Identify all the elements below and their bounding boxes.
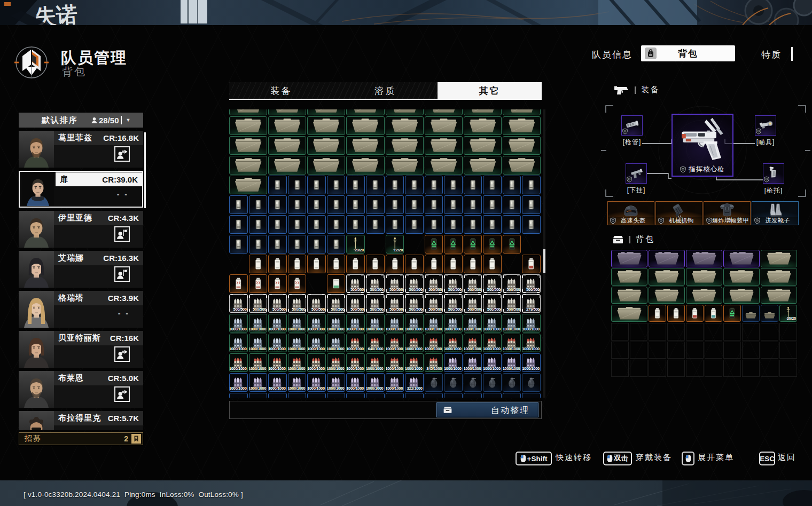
- inventory-slot-vialW[interactable]: [346, 255, 365, 273]
- inventory-slot-ammoW[interactable]: 500/500: [444, 294, 463, 313]
- inventory-slot-crate[interactable]: [611, 305, 647, 322]
- inventory-slot-crate[interactable]: [464, 109, 502, 115]
- inventory-slot-ingot[interactable]: [444, 215, 463, 234]
- inventory-slot-ingot[interactable]: [483, 195, 502, 214]
- inventory-slot-ammoP[interactable]: 1000/1000: [464, 353, 482, 372]
- inventory-slot-ammoR[interactable]: 1000/1000: [386, 334, 404, 352]
- member-card-3[interactable]: 伊里亚德 CR:4.3K: [19, 211, 143, 248]
- inventory-slot-ammoB[interactable]: 1000/1000: [307, 334, 326, 352]
- inventory-slot-ingot[interactable]: [327, 235, 346, 254]
- tab-other[interactable]: 其它: [438, 82, 542, 100]
- inventory-slot-ammoW[interactable]: 500/500: [249, 294, 268, 313]
- inventory-slot-ammoR[interactable]: 640/1000: [366, 334, 385, 352]
- inventory-slot-ammoW[interactable]: 500/500: [346, 274, 365, 293]
- inventory-slot-ammoB[interactable]: 1000/1000: [522, 314, 541, 333]
- inventory-slot[interactable]: [249, 393, 268, 398]
- inventory-scrollbar[interactable]: [543, 109, 545, 398]
- inventory-slot-crateP[interactable]: [649, 250, 685, 267]
- inventory-slot[interactable]: [444, 393, 463, 398]
- inventory-slot-ingot[interactable]: [229, 215, 248, 234]
- inventory-slot-ammoP[interactable]: 322/1000: [405, 373, 424, 392]
- inventory-slot-crate[interactable]: [307, 116, 345, 135]
- inventory-slot-ammoR[interactable]: 1000/1000: [444, 334, 463, 352]
- inventory-slot-ammoB[interactable]: 1000/1000: [483, 314, 502, 333]
- inventory-slot-ammoW[interactable]: 500/500: [346, 294, 365, 313]
- inventory-slot-syringe[interactable]: [268, 274, 287, 293]
- member-list-scrollbar[interactable]: [144, 132, 146, 208]
- inventory-slot-ammoR[interactable]: 1000/1000: [405, 334, 424, 352]
- inventory-slot-ingot[interactable]: [425, 176, 443, 194]
- weapon-slot[interactable]: 指挥核心枪: [672, 114, 733, 177]
- attachment-slot-scope[interactable]: [755, 115, 776, 136]
- inventory-slot-crateP[interactable]: [686, 250, 722, 267]
- inventory-slot-vialW[interactable]: [288, 255, 307, 273]
- inventory-slot-ammoW[interactable]: 500/500: [483, 274, 502, 293]
- inventory-slot-ammoP[interactable]: 1000/1000: [503, 353, 521, 372]
- inventory-slot-ammoW[interactable]: 500/500: [483, 294, 502, 313]
- inventory-slot-ammoR[interactable]: 1000/1000: [327, 353, 346, 372]
- inventory-slot-ammoP[interactable]: 1000/1000: [307, 373, 326, 392]
- inventory-slot-ammoB[interactable]: 1000/1000: [288, 314, 307, 333]
- member-card-6[interactable]: 贝亚特丽斯 CR:16K: [19, 331, 143, 368]
- inventory-slot-ingot[interactable]: [386, 176, 404, 194]
- inventory-slot-ammoW[interactable]: 500/500: [503, 274, 521, 293]
- inventory-slot-ingot[interactable]: [288, 235, 307, 254]
- inventory-slot-ingot[interactable]: [229, 195, 248, 214]
- inventory-slot-canA[interactable]: [483, 235, 502, 254]
- inventory-slot-ammoW[interactable]: 500/500: [386, 274, 404, 293]
- inventory-slot-ingot[interactable]: [249, 235, 268, 254]
- inventory-slot-antenna[interactable]: 20/20: [779, 305, 797, 322]
- inventory-slot-ammoR[interactable]: 1000/1000: [307, 353, 326, 372]
- inventory-slot-ammoW[interactable]: 500/500: [425, 294, 443, 313]
- inventory-slot-crate[interactable]: [761, 250, 797, 267]
- inventory-slot-ammoR[interactable]: 1000/1000: [249, 353, 268, 372]
- inventory-slot-vialW[interactable]: [268, 255, 287, 273]
- inventory-slot-canA[interactable]: [444, 235, 463, 254]
- inventory-slot-vialW[interactable]: [667, 305, 685, 322]
- inventory-slot-ammoB[interactable]: 1000/1000: [307, 314, 326, 333]
- gear-tile-glove[interactable]: 机械抓钩: [655, 201, 702, 225]
- inventory-slot-antenna[interactable]: 12/20: [386, 235, 404, 254]
- inventory-slot-crateS[interactable]: [761, 305, 778, 322]
- inventory-slot-ammoR[interactable]: 845/1000: [425, 353, 443, 372]
- inventory-slot[interactable]: [464, 393, 482, 398]
- inventory-slot-ammoP[interactable]: 1000/1000: [483, 353, 502, 372]
- auto-sort-button[interactable]: 自动整理: [436, 402, 538, 417]
- inventory-slot-crate[interactable]: [268, 116, 306, 135]
- inventory-slot-ingot[interactable]: [464, 195, 482, 214]
- inventory-slot-ammoP[interactable]: 1000/1000: [249, 373, 268, 392]
- inventory-slot-ingot[interactable]: [444, 195, 463, 214]
- inventory-slot-grenade[interactable]: [483, 373, 502, 392]
- inventory-slot-crate[interactable]: [464, 136, 502, 155]
- inventory-slot-ammoR[interactable]: 1000/1000: [288, 353, 307, 372]
- inventory-slot-crate[interactable]: [723, 287, 760, 304]
- member-card-7[interactable]: 布莱恩 CR:5.0K: [19, 371, 143, 408]
- inventory-slot-grenade[interactable]: [425, 373, 443, 392]
- inventory-slot-boxG[interactable]: [327, 274, 346, 293]
- inventory-slot-ingot[interactable]: [307, 195, 326, 214]
- inventory-slot-grenade[interactable]: [522, 373, 541, 392]
- inventory-slot[interactable]: [483, 393, 502, 398]
- inventory-slot-canA[interactable]: [503, 235, 521, 254]
- member-card-1[interactable]: 葛里菲兹 CR:16.8K: [19, 131, 143, 168]
- inventory-slot-ingot[interactable]: [268, 215, 287, 234]
- inventory-slot-crate[interactable]: [386, 109, 424, 115]
- inventory-slot-vialW[interactable]: [405, 255, 424, 273]
- inventory-slot-ammoW[interactable]: 500/500: [464, 294, 482, 313]
- inventory-slot-crate[interactable]: [268, 136, 306, 155]
- inventory-slot-ingot[interactable]: [522, 176, 541, 194]
- inventory-slot-canA[interactable]: [723, 305, 741, 322]
- inventory-slot-crate[interactable]: [464, 156, 502, 175]
- inventory-slot[interactable]: [268, 393, 287, 398]
- inventory-slot-ammoB[interactable]: 1000/1000: [444, 314, 463, 333]
- gear-tile-helmet[interactable]: 高速头盔: [607, 201, 654, 225]
- inventory-slot-vialR[interactable]: [522, 255, 541, 273]
- inventory-slot-ammoP[interactable]: 1000/1000: [327, 373, 346, 392]
- inventory-slot-vialW[interactable]: [464, 255, 482, 273]
- inventory-slot-ingot[interactable]: [522, 195, 541, 214]
- tab-solvent[interactable]: 溶质: [333, 82, 438, 100]
- inventory-slot-ingot[interactable]: [464, 176, 482, 194]
- inventory-slot-ingot[interactable]: [405, 195, 424, 214]
- nav-tab-traits[interactable]: 特质: [761, 49, 782, 61]
- inventory-slot-crateS[interactable]: [742, 305, 760, 322]
